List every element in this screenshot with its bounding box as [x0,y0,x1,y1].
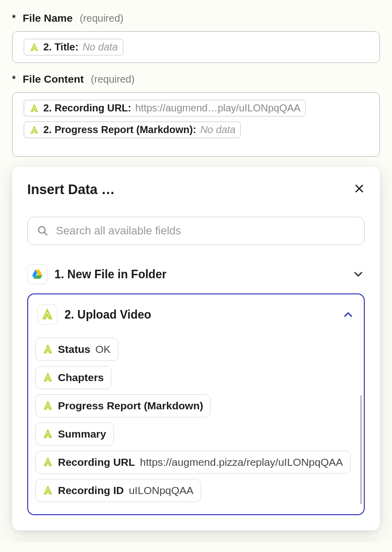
search-icon [37,225,49,237]
field-value: OK [95,343,110,355]
augmend-icon [43,457,53,467]
required-text: (required) [91,74,135,85]
group-label: 1. New File in Folder [54,268,345,281]
pill-key: 2. Recording URL: [43,102,131,114]
file-content-label: File Content [23,73,84,85]
gdrive-icon [27,264,47,284]
field-name: Recording URL [58,456,135,468]
chevron-up-icon [342,308,355,321]
chevron-down-icon [352,268,365,281]
field-item-summary[interactable]: Summary [35,422,114,446]
augmend-icon [29,103,39,113]
augmend-icon [43,344,53,354]
field-item-recording-id[interactable]: Recording ID uILONpqQAA [35,479,201,502]
field-name: Status [58,343,90,355]
group-label: 2. Upload Video [64,308,335,322]
pill-value: No data [200,124,235,136]
pill-value: No data [83,41,118,53]
augmend-icon [43,485,53,496]
group-upload-video: 2. Upload Video Status OK Chapters Progr… [27,293,365,515]
data-pill[interactable]: 2. Title: No data [24,39,123,55]
pill-key: 2. Title: [43,41,79,53]
search-input[interactable] [56,224,355,237]
augmend-icon [37,304,57,325]
augmend-icon [29,42,39,52]
insert-data-popover: Insert Data … 1. New File in Folder 2. U… [12,167,380,530]
field-name: Progress Report (Markdown) [58,400,203,412]
field-value: https://augmend.pizza/replay/uILONpqQAA [140,456,343,468]
field-item-status[interactable]: Status OK [35,338,118,361]
pill-key: 2. Progress Report (Markdown): [43,124,196,136]
field-name: Chapters [58,372,104,384]
field-name: Summary [58,428,106,440]
required-text: (required) [80,13,123,24]
data-pill[interactable]: 2. Progress Report (Markdown): No data [24,121,241,138]
popover-header: Insert Data … [27,182,365,198]
augmend-icon [43,429,53,439]
augmend-icon [43,401,53,411]
search-box[interactable] [27,217,365,245]
svg-line-1 [44,232,47,235]
scrollbar[interactable] [360,395,362,504]
field-value: uILONpqQAA [129,484,193,497]
pill-value: https://augmend…play/uILONpqQAA [135,102,300,114]
group-upload-video-header[interactable]: 2. Upload Video [35,303,357,333]
required-asterisk: * [12,74,16,85]
file-name-input[interactable]: 2. Title: No data [12,31,380,63]
required-asterisk: * [12,13,16,24]
close-icon [354,183,365,194]
close-button[interactable] [354,182,365,198]
augmend-icon [29,125,39,135]
field-item-recording-url[interactable]: Recording URL https://augmend.pizza/repl… [35,451,351,474]
file-name-label-row: * File Name (required) [12,12,380,24]
data-pill[interactable]: 2. Recording URL: https://augmend…play/u… [24,100,306,116]
popover-title: Insert Data … [27,182,115,198]
file-name-label: File Name [23,12,73,24]
file-content-group: * File Content (required) 2. Recording U… [12,73,380,157]
group-new-file-in-folder[interactable]: 1. New File in Folder [27,259,365,289]
file-name-group: * File Name (required) 2. Title: No data [12,12,380,63]
file-content-input[interactable]: 2. Recording URL: https://augmend…play/u… [12,92,380,157]
augmend-icon [43,373,53,383]
field-name: Recording ID [58,484,124,497]
field-item-chapters[interactable]: Chapters [35,366,111,389]
field-item-progress-report[interactable]: Progress Report (Markdown) [35,394,211,417]
file-content-label-row: * File Content (required) [12,73,380,85]
